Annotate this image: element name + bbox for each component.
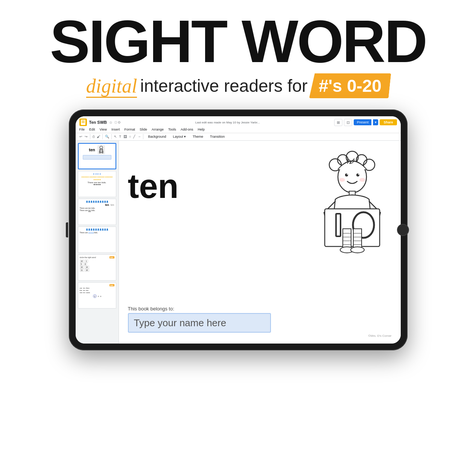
toolbar-transition[interactable]: Transition — [208, 134, 227, 139]
thumb3-figures: 👤👤👤👤👤👤👤👤👤👤 — [80, 201, 114, 203]
tool-line[interactable]: ╱ — [133, 135, 135, 138]
tool-print[interactable]: ⎙ — [93, 135, 94, 138]
belongs-section: This book belongs to: Type your name her… — [128, 302, 392, 338]
edit-status: □ ⊙ — [115, 120, 121, 124]
slides-top-bar: Ten SWB ☆ □ ⊙ Last edit was made on May … — [76, 116, 401, 127]
slides-toolbar: Ten SWB ☆ □ ⊙ Last edit was made on May … — [76, 116, 401, 141]
toolbar-theme[interactable]: Theme — [190, 134, 205, 139]
thumb1-girl — [97, 145, 105, 154]
star-icon: ☆ — [109, 120, 113, 125]
slide-thumb-5[interactable]: 5 circle the right word ten 10 1 5 — [78, 254, 116, 281]
thumb5-row2: 5 8 — [80, 263, 114, 266]
thumb1-content: ten — [80, 145, 114, 160]
tool-paint[interactable]: 🖌 — [97, 135, 100, 138]
thumb3-words: ten ten — [80, 204, 114, 206]
thumb6-top: ten — [80, 284, 114, 286]
tool-cursor[interactable]: ↖ — [114, 135, 117, 138]
main-slide: ten — [119, 141, 401, 344]
thumb1-input — [83, 155, 111, 160]
thumb6-content: one four nine ten ten ten three — [80, 287, 114, 294]
tool-image[interactable]: 🖼 — [123, 135, 127, 138]
svg-rect-17 — [325, 209, 380, 246]
tool-separator-4 — [143, 134, 143, 139]
svg-rect-21 — [353, 229, 362, 249]
thumb1-word: ten — [89, 148, 95, 152]
menu-tools[interactable]: Tools — [168, 128, 176, 131]
share-button[interactable]: Share — [380, 119, 397, 125]
thumb6-col2: ten ten ten — [83, 287, 85, 294]
menu-help[interactable]: Help — [198, 128, 205, 131]
thumb4-text: There are kids. — [80, 231, 114, 234]
menu-slide[interactable]: Slide — [140, 128, 147, 131]
tool-zoom[interactable]: 🔍 — [105, 135, 109, 138]
belongs-label: This book belongs to: — [128, 306, 392, 312]
menu-bar: File Edit View Insert Format Slide Arran… — [76, 127, 401, 133]
grid-view-button[interactable]: ⊞ — [334, 119, 342, 126]
tool-arrow[interactable]: → — [137, 135, 141, 138]
subtitle-line: digital interactive readers for #'s 0-20 — [15, 73, 461, 98]
name-input-text: Type your name here — [134, 317, 227, 329]
svg-point-15 — [359, 178, 365, 182]
slide-thumb-1[interactable]: 1 ten — [78, 143, 116, 169]
copyright-text: ©Mrs. D's Corner — [128, 334, 392, 338]
numbers-badge: #'s 0-20 — [309, 73, 391, 98]
tool-textbox[interactable]: T — [119, 135, 122, 138]
svg-rect-20 — [343, 229, 351, 249]
thumb5-row1: 10 1 — [80, 260, 114, 263]
menu-insert[interactable]: Insert — [111, 128, 120, 131]
menu-addons[interactable]: Add-ons — [181, 128, 193, 131]
slide-thumb-4[interactable]: 4 👤👤👤👤👤👤👤👤👤👤 There are kids. — [78, 227, 116, 253]
present-button[interactable]: Present — [354, 119, 371, 125]
svg-point-0 — [100, 146, 103, 149]
svg-point-12 — [347, 174, 348, 175]
menu-arrange[interactable]: Arrange — [152, 128, 164, 131]
thumb2-stars: ★★★★★ ★★★★★ ★★★★★ ★★★★★ ★★★★★ — [80, 176, 114, 181]
tool-redo[interactable]: ↪ — [85, 135, 88, 138]
menu-edit[interactable]: Edit — [89, 128, 95, 131]
thumb1-top: ten — [89, 145, 105, 154]
menu-view[interactable]: View — [100, 128, 107, 131]
tablet: Ten SWB ☆ □ ⊙ Last edit was made on May … — [69, 109, 408, 350]
girl-illustration — [316, 147, 392, 267]
thumb2-dots — [80, 184, 114, 185]
thumb6-bottom: ○ ⊞ ⊠ — [80, 294, 114, 298]
svg-point-13 — [358, 174, 359, 175]
main-title: SIGHT WORD — [15, 11, 461, 71]
slides-content: 1 ten — [76, 141, 401, 344]
slide-thumb-2[interactable]: 2 ★ ★ ★ ★ ★★★★★ ★★★★★ ★★★★★ ★★★★★ ★★★★★ … — [78, 171, 116, 197]
toolbar-layout[interactable]: Layout ▾ — [170, 134, 188, 139]
thumb2-dot-1 — [94, 184, 95, 185]
thumb5-top: circle the right word ten — [80, 256, 114, 259]
slide-panel: 1 ten — [76, 141, 119, 344]
thumb2-dot-2 — [96, 184, 97, 185]
menu-format[interactable]: Format — [124, 128, 135, 131]
slides-icon-inner — [81, 120, 85, 125]
thumb6-col1: one four nine — [80, 287, 83, 294]
menu-file[interactable]: File — [79, 128, 85, 131]
top-right-buttons: ⊞ ⊡ Present ▾ Share — [334, 119, 397, 126]
expand-button[interactable]: ⊡ — [344, 119, 352, 126]
slide-thumb-6[interactable]: 6 ten one four nine ten — [78, 282, 116, 309]
thumb5-table: 10 1 5 8 10 10 — [80, 260, 114, 272]
thumb2-dot-4 — [99, 184, 100, 185]
digital-label: digital — [86, 75, 137, 97]
tool-separator-2 — [102, 134, 103, 139]
present-dropdown-button[interactable]: ▾ — [373, 119, 378, 125]
slide-thumb-3[interactable]: 3 👤👤👤👤👤👤👤👤👤👤 ten ten There are ten kids.… — [78, 199, 116, 225]
thumb6-col3: three two seven — [86, 287, 90, 294]
tool-shapes[interactable]: ○ — [129, 135, 131, 138]
subtitle-text: interactive readers for — [140, 76, 307, 96]
thumb5-row3: 10 10 — [80, 266, 114, 269]
slide-word: ten — [128, 169, 179, 203]
toolbar-background[interactable]: Background — [146, 134, 168, 139]
name-input-box[interactable]: Type your name here — [128, 313, 271, 333]
thumb5-row4: 11 10 — [80, 269, 114, 272]
header: SIGHT WORD digital interactive readers f… — [0, 0, 476, 102]
tool-separator-3 — [111, 134, 112, 139]
svg-point-14 — [339, 178, 345, 182]
thumb4-figures: 👤👤👤👤👤👤👤👤👤👤 — [80, 228, 114, 231]
last-edit: Last edit was made on May 10 by Jessie Y… — [123, 121, 332, 124]
slides-icon — [79, 119, 87, 126]
tool-undo[interactable]: ↩ — [79, 135, 82, 138]
tool-separator-1 — [90, 134, 90, 139]
